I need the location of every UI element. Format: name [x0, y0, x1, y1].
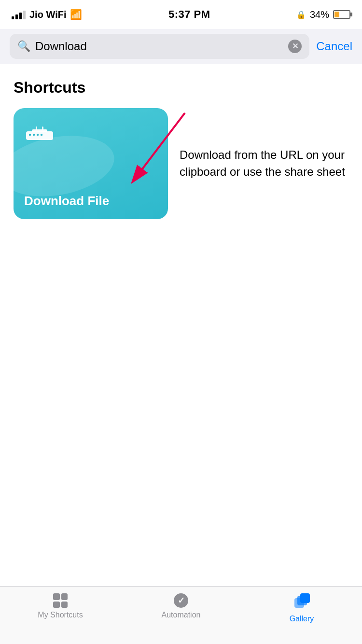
search-input-wrapper[interactable]: 🔍 Download ✕ [10, 34, 309, 59]
tab-my-shortcuts-label: My Shortcuts [38, 611, 83, 619]
tab-my-shortcuts[interactable]: My Shortcuts [31, 593, 89, 619]
shortcut-card-icon [24, 119, 157, 145]
shortcut-row: Download File Download from the URL on y… [14, 108, 348, 219]
signal-icon [12, 10, 26, 19]
battery-icon [333, 10, 350, 19]
status-bar: Jio WiFi 📶 5:37 PM 🔒 34% [0, 0, 362, 29]
gallery-icon [293, 593, 310, 612]
close-icon: ✕ [292, 42, 298, 50]
wifi-icon: 📶 [70, 9, 82, 20]
tab-gallery[interactable]: Gallery [273, 593, 331, 623]
status-right: 🔒 34% [296, 9, 350, 20]
status-left: Jio WiFi 📶 [12, 9, 82, 20]
tab-bar: My Shortcuts ✓ Automation Gallery [0, 586, 362, 644]
svg-rect-3 [37, 134, 39, 136]
svg-rect-5 [32, 129, 47, 132]
svg-rect-4 [41, 134, 42, 136]
svg-rect-1 [29, 134, 31, 136]
svg-rect-7 [42, 126, 43, 130]
carrier-label: Jio WiFi [29, 9, 66, 20]
shortcut-description: Download from the URL on your clipboard … [180, 108, 348, 181]
svg-rect-6 [36, 126, 37, 130]
search-bar: 🔍 Download ✕ Cancel [0, 29, 362, 64]
battery-percent-label: 34% [310, 9, 329, 20]
cancel-button[interactable]: Cancel [316, 40, 352, 53]
lock-icon: 🔒 [296, 10, 306, 19]
main-content: Shortcuts Download File [0, 64, 362, 234]
section-title: Shortcuts [14, 79, 348, 97]
svg-rect-12 [300, 593, 310, 603]
tab-gallery-label: Gallery [290, 615, 314, 623]
svg-rect-2 [33, 134, 35, 136]
tab-automation[interactable]: ✓ Automation [152, 593, 210, 619]
shortcut-card-download-file[interactable]: Download File [14, 108, 168, 219]
automation-icon: ✓ [174, 593, 188, 608]
shortcut-card-name: Download File [24, 194, 157, 209]
status-time: 5:37 PM [168, 8, 210, 21]
search-icon: 🔍 [17, 40, 30, 53]
my-shortcuts-icon [53, 593, 68, 608]
clear-search-button[interactable]: ✕ [288, 40, 302, 53]
tab-automation-label: Automation [162, 611, 201, 619]
search-input[interactable]: Download [35, 40, 283, 53]
